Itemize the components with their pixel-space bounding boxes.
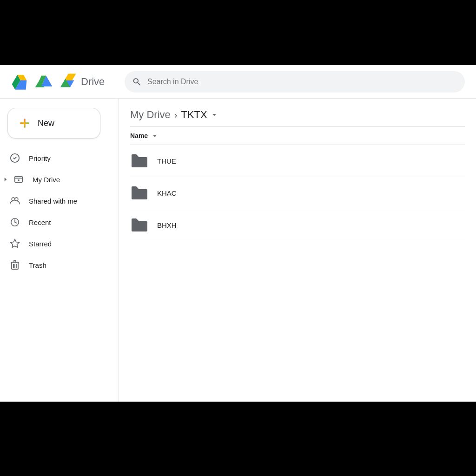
table-row[interactable]: BHXH — [130, 209, 465, 241]
my-drive-label: My Drive — [33, 176, 60, 184]
my-drive-nav-row: My Drive — [0, 169, 119, 190]
sidebar-item-shared[interactable]: Shared with me — [0, 191, 111, 211]
sidebar-item-my-drive[interactable]: My Drive — [11, 169, 111, 190]
shared-icon — [9, 195, 20, 206]
svg-point-8 — [18, 179, 20, 181]
svg-point-10 — [15, 198, 18, 201]
shared-label: Shared with me — [29, 197, 77, 205]
breadcrumb-dropdown-icon — [210, 111, 218, 119]
svg-marker-12 — [11, 239, 19, 247]
priority-label: Priority — [29, 154, 51, 162]
table-row[interactable]: KHAC — [130, 177, 465, 209]
sidebar-item-trash[interactable]: Trash — [0, 255, 111, 275]
sidebar-item-starred[interactable]: Starred — [0, 233, 111, 254]
breadcrumb-parent[interactable]: My Drive — [130, 109, 171, 121]
folder-svg — [131, 218, 148, 232]
sort-down-icon — [151, 132, 159, 140]
breadcrumb-current-label: TKTX — [181, 109, 207, 121]
folder-svg — [131, 185, 148, 200]
file-name-khac: KHAC — [157, 189, 177, 197]
folder-svg — [131, 153, 148, 168]
search-icon — [132, 77, 142, 87]
sidebar-navigation: Priority — [0, 148, 119, 275]
name-column-label: Name — [130, 132, 148, 139]
starred-label: Starred — [29, 240, 52, 248]
file-name-bhxh: BHXH — [157, 221, 177, 229]
recent-label: Recent — [29, 218, 51, 226]
file-list-header: Name — [130, 127, 465, 145]
app-header: Drive — [0, 65, 476, 99]
my-drive-icon — [13, 174, 24, 185]
trash-label: Trash — [29, 261, 46, 269]
search-input[interactable] — [147, 78, 457, 86]
plus-icon — [18, 117, 31, 130]
main-content: New Priority — [0, 99, 476, 402]
table-row[interactable]: THUE — [130, 145, 465, 177]
search-bar[interactable] — [125, 71, 465, 93]
recent-icon — [9, 217, 20, 228]
breadcrumb-current[interactable]: TKTX — [181, 109, 218, 121]
breadcrumb: My Drive › TKTX — [130, 99, 465, 126]
app-title: Drive — [81, 76, 105, 88]
plus-svg — [18, 117, 31, 130]
my-drive-expand-arrow[interactable] — [0, 176, 11, 183]
sidebar: New Priority — [0, 99, 119, 402]
sidebar-item-recent[interactable]: Recent — [0, 212, 111, 232]
file-name-thue: THUE — [157, 157, 176, 165]
drive-logo-icon — [11, 73, 30, 91]
new-button[interactable]: New — [7, 108, 100, 139]
logo-area: Drive — [11, 73, 113, 91]
folder-icon-thue — [130, 152, 149, 170]
folder-icon-bhxh — [130, 216, 149, 234]
trash-icon — [9, 259, 20, 271]
folder-icon-khac — [130, 184, 149, 202]
breadcrumb-separator: › — [174, 110, 178, 120]
new-button-label: New — [38, 119, 54, 128]
starred-icon — [9, 238, 20, 249]
google-drive-logo — [58, 73, 76, 91]
priority-icon — [9, 152, 20, 164]
name-column-header: Name — [130, 132, 159, 140]
svg-point-9 — [12, 198, 15, 201]
file-area: My Drive › TKTX Name — [119, 99, 476, 402]
drive-triangle-icon — [34, 73, 53, 91]
sidebar-item-priority[interactable]: Priority — [0, 148, 111, 168]
